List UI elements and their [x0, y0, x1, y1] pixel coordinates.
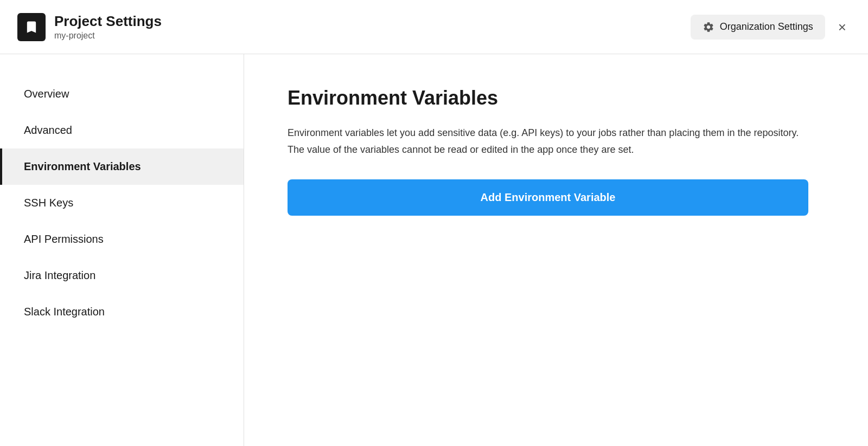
sidebar-item-ssh-keys[interactable]: SSH Keys — [0, 185, 244, 221]
sidebar-label-advanced: Advanced — [24, 124, 72, 137]
gear-icon — [703, 21, 714, 33]
add-environment-variable-button[interactable]: Add Environment Variable — [288, 179, 808, 216]
content-description: Environment variables let you add sensit… — [288, 125, 808, 158]
page-title: Project Settings — [54, 13, 162, 30]
page-header: Project Settings my-project Organization… — [0, 0, 868, 54]
content-area: Environment Variables Environment variab… — [244, 54, 868, 446]
sidebar-item-jira-integration[interactable]: Jira Integration — [0, 257, 244, 294]
sidebar-label-slack-integration: Slack Integration — [24, 306, 105, 318]
sidebar-item-advanced[interactable]: Advanced — [0, 112, 244, 148]
header-left: Project Settings my-project — [17, 13, 162, 41]
close-icon: × — [838, 19, 846, 35]
sidebar-item-api-permissions[interactable]: API Permissions — [0, 221, 244, 257]
sidebar: Overview Advanced Environment Variables … — [0, 54, 244, 446]
org-settings-label: Organization Settings — [720, 21, 813, 33]
sidebar-item-slack-integration[interactable]: Slack Integration — [0, 294, 244, 330]
sidebar-label-ssh-keys: SSH Keys — [24, 197, 73, 209]
header-right: Organization Settings × — [691, 15, 851, 40]
sidebar-item-overview[interactable]: Overview — [0, 76, 244, 112]
project-logo — [17, 13, 46, 41]
main-layout: Overview Advanced Environment Variables … — [0, 54, 868, 446]
sidebar-item-environment-variables[interactable]: Environment Variables — [0, 148, 244, 185]
sidebar-label-jira-integration: Jira Integration — [24, 269, 95, 282]
sidebar-label-overview: Overview — [24, 88, 69, 100]
sidebar-label-api-permissions: API Permissions — [24, 233, 104, 245]
close-button[interactable]: × — [834, 18, 851, 36]
org-settings-button[interactable]: Organization Settings — [691, 15, 825, 40]
sidebar-label-environment-variables: Environment Variables — [24, 160, 141, 173]
content-title: Environment Variables — [288, 87, 825, 109]
header-title-group: Project Settings my-project — [54, 13, 162, 41]
project-name: my-project — [54, 31, 162, 41]
